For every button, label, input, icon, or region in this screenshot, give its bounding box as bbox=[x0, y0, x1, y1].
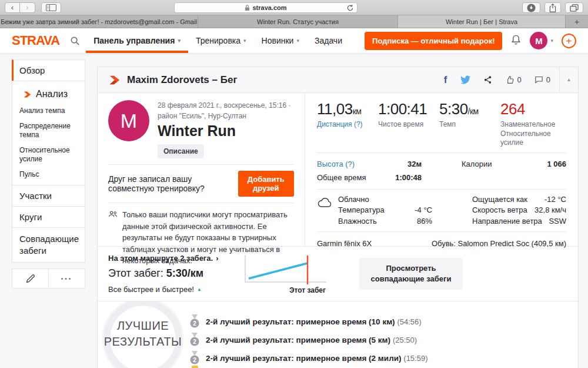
strava-activity-icon bbox=[108, 74, 121, 87]
sidebar-item-segments[interactable]: Участки bbox=[12, 185, 85, 207]
browser-forward-button[interactable]: › bbox=[20, 2, 35, 13]
more-actions-button[interactable]: ••• bbox=[48, 269, 85, 288]
strava-chevron-icon bbox=[23, 90, 32, 99]
best-effort-row[interactable]: 2 2-й лучший результат: примерное время … bbox=[189, 333, 578, 347]
url-bar[interactable]: strava.com bbox=[174, 2, 358, 13]
feels-like-value: -12 °C bbox=[544, 194, 566, 205]
strava-logo[interactable]: STRAVA bbox=[12, 33, 59, 48]
chevron-down-icon: ▾ bbox=[296, 38, 299, 44]
elevation-label-link[interactable]: Высота (?) bbox=[317, 158, 355, 171]
nav-item-dashboard[interactable]: Панель управления ▾ bbox=[86, 28, 188, 53]
activity-share-button[interactable] bbox=[477, 75, 499, 84]
temperature-value: -4 °C bbox=[415, 205, 432, 216]
bell-icon[interactable] bbox=[510, 34, 522, 48]
browser-back-button[interactable]: ‹ bbox=[5, 2, 20, 13]
more-icon: ••• bbox=[61, 276, 73, 282]
followers-icon bbox=[108, 210, 118, 218]
best-efforts-section: ЛУЧШИЕ РЕЗУЛЬТАТЫ 2 2-й лучший результат… bbox=[98, 301, 578, 368]
best-efforts-heading: ЛУЧШИЕ РЕЗУЛЬТАТЫ bbox=[99, 318, 187, 350]
sidebar-item-pace-analysis[interactable]: Анализ темпа bbox=[19, 107, 78, 116]
route-runs-text[interactable]: На этом маршруте 2 забега. bbox=[108, 254, 213, 263]
trend-text: Все быстрее и быстрее! bbox=[108, 285, 194, 294]
nav-item-explore[interactable]: Новинки ▾ bbox=[254, 28, 307, 53]
sidebar-item-pace-distribution[interactable]: Распределение темпа bbox=[19, 122, 78, 140]
nav-label: Новинки bbox=[262, 36, 294, 45]
sidebar-item-relative-effort[interactable]: Относительное усилие bbox=[19, 146, 78, 164]
stat-pace: 5:30/км Темп bbox=[439, 100, 491, 148]
browser-tab-strava-active[interactable]: Winter Run | Бег | Strava bbox=[398, 15, 566, 28]
calories-label: Калории bbox=[462, 158, 492, 171]
collapse-header-button[interactable]: ▲ bbox=[559, 67, 578, 92]
trend-up-icon: ▲ bbox=[197, 287, 202, 292]
sidebar-item-laps[interactable]: Круги bbox=[12, 206, 85, 228]
svg-text:2: 2 bbox=[193, 357, 196, 363]
activity-stats-column: 11,03км Дистанция (?) 1:00:41 Чистое вре… bbox=[305, 93, 578, 246]
shoes-info[interactable]: Обувь: Salomon Predict Soc (409,5 км) bbox=[432, 239, 566, 248]
pencil-icon bbox=[25, 274, 35, 284]
facebook-icon: f bbox=[444, 74, 447, 86]
this-run-pace: 5:30/км bbox=[166, 267, 203, 279]
sidebar-item-heart-rate[interactable]: Пульс bbox=[19, 170, 78, 180]
device-name: Garmin fēnix 6X bbox=[317, 239, 372, 248]
nav-item-training[interactable]: Тренировка ▾ bbox=[188, 28, 254, 53]
facebook-share-button[interactable]: f bbox=[437, 74, 454, 86]
page-content: Обзор Анализ Анализ темпа Распределение … bbox=[0, 54, 588, 368]
twitter-share-button[interactable] bbox=[454, 75, 477, 85]
activity-panel: Maxim Zdorovets – Бег f 0 0 ▲ bbox=[97, 67, 579, 368]
nav-item-challenges[interactable]: Задачи bbox=[307, 28, 350, 53]
distance-label-link[interactable]: Дистанция (?) bbox=[317, 120, 369, 130]
nav-label: Панель управления bbox=[93, 36, 175, 45]
browser-tab-bar: Бежим уже завтра зимний забег! - mzdorov… bbox=[0, 15, 588, 28]
sidebar-item-overview[interactable]: Обзор bbox=[12, 59, 85, 81]
friend-prompt-text: Друг не записал вашу совместную трениров… bbox=[108, 174, 238, 193]
new-tab-button[interactable]: + bbox=[566, 15, 588, 28]
elapsed-time-label: Общее время bbox=[317, 171, 366, 185]
downloads-button[interactable] bbox=[522, 2, 540, 13]
this-run-label: Этот забег: bbox=[108, 267, 163, 279]
best-effort-row[interactable]: 2 2-й лучший результат: примерное время … bbox=[189, 314, 578, 329]
activity-sidebar: Обзор Анализ Анализ темпа Распределение … bbox=[12, 59, 85, 289]
thumbs-up-icon bbox=[505, 75, 514, 85]
silver-medal-icon: 2 bbox=[189, 333, 200, 347]
sidebar-icon bbox=[46, 4, 56, 11]
sidebar-item-analysis[interactable]: Анализ bbox=[19, 87, 78, 101]
forward-icon: › bbox=[26, 3, 28, 12]
chart-trend-line bbox=[249, 263, 308, 279]
athlete-avatar[interactable]: M bbox=[108, 100, 149, 141]
divider bbox=[108, 164, 294, 165]
browser-sidebar-button[interactable] bbox=[41, 2, 61, 13]
nav-label: Тренировка bbox=[196, 36, 240, 45]
best-effort-row[interactable]: 2 2-й лучший результат: примерное время … bbox=[189, 351, 578, 365]
add-activity-button[interactable]: + bbox=[562, 34, 576, 48]
comment-button[interactable]: 0 bbox=[528, 75, 557, 84]
comment-count: 0 bbox=[546, 75, 550, 84]
tab-title: Winter Run. Статус участия bbox=[257, 18, 339, 25]
calories-value: 1 066 bbox=[547, 158, 566, 171]
search-icon[interactable] bbox=[70, 36, 80, 46]
browser-tab-gmail[interactable]: Бежим уже завтра зимний забег! - mzdorov… bbox=[0, 15, 198, 28]
kudos-button[interactable]: 0 bbox=[499, 75, 528, 85]
share-icon bbox=[549, 4, 556, 12]
wind-direction-value: SSW bbox=[549, 216, 566, 227]
edit-activity-button[interactable] bbox=[12, 269, 48, 288]
add-friends-button[interactable]: Добавить друзей bbox=[238, 171, 295, 197]
elapsed-time-value: 1:00:48 bbox=[395, 171, 422, 185]
download-icon bbox=[527, 4, 536, 12]
tab-title: Бежим уже завтра зимний забег! - mzdorov… bbox=[1, 18, 197, 25]
kudos-count: 0 bbox=[517, 75, 522, 84]
description-button[interactable]: Описание bbox=[158, 144, 204, 158]
tab-overview-button[interactable] bbox=[565, 2, 583, 13]
reload-icon[interactable] bbox=[346, 4, 354, 13]
chevron-down-icon: ▾ bbox=[178, 38, 181, 44]
sidebar-item-matched-runs[interactable]: Совпадающие забеги bbox=[12, 227, 85, 263]
share-alt-icon bbox=[483, 75, 492, 84]
share-page-button[interactable] bbox=[544, 2, 561, 13]
activity-date: 28 февраля 2021 г., воскресенье, 15:16 ·… bbox=[158, 100, 294, 121]
chevron-down-icon[interactable]: ▾ bbox=[550, 38, 553, 44]
view-matched-runs-button[interactable]: Просмотреть совпадающие забеги bbox=[359, 258, 463, 290]
humidity-value: 86% bbox=[417, 216, 432, 227]
browser-tab-status[interactable]: Winter Run. Статус участия bbox=[198, 15, 398, 28]
silver-medal-icon: 2 bbox=[189, 351, 200, 365]
user-avatar[interactable]: M bbox=[530, 32, 547, 49]
subscribe-button[interactable]: Подписка — отличный подарок! bbox=[365, 32, 502, 50]
